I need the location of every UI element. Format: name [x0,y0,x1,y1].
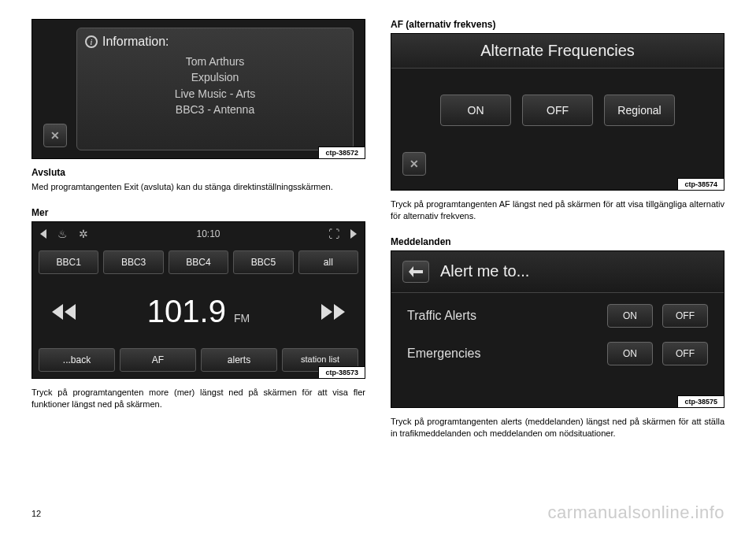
page-number: 12 [32,509,41,518]
af-button-row: ON OFF Regional [391,69,724,152]
preset-button[interactable]: BBC1 [39,250,98,274]
off-button[interactable]: OFF [662,304,708,328]
frequency-display: 101.9 FM [147,294,250,329]
page-columns: ✕ i Information: Tom Arthurs Expulsion L… [32,19,724,445]
figure-caption: ctp-38575 [677,395,724,407]
info-icon: i [85,35,98,48]
alerts-body: Traffic Alerts ON OFF Emergencies ON OFF [391,293,724,407]
heading-af: AF (alternativ frekvens) [391,19,724,30]
left-column: ✕ i Information: Tom Arthurs Expulsion L… [32,19,365,445]
info-line: BBC3 - Antenna [85,102,345,117]
info-line: Live Music - Arts [85,86,345,102]
info-line: Expulsion [85,69,345,85]
fwd-triangle-icon[interactable] [350,229,357,239]
figure-caption: ctp-38574 [677,178,724,190]
seek-fwd-icon [320,302,346,321]
close-button[interactable]: ✕ [43,124,67,147]
info-line: Tom Arthurs [85,54,345,69]
seek-fwd-button[interactable] [317,296,349,328]
text-af: Tryck på programtangenten AF längst ned … [391,198,724,222]
arrow-left-icon [409,266,423,277]
bottom-row: ...back AF alerts station list [32,345,365,378]
back-button[interactable]: ...back [39,348,115,372]
alerts-button[interactable]: alerts [201,348,277,372]
preset-button[interactable]: BBC3 [103,250,163,274]
af-on-button[interactable]: ON [440,95,511,126]
alert-label: Emergencies [407,347,598,361]
figure-radio: ♨ ✲ 10:10 ⛶ BBC1 BBC3 BBC4 BBC5 all [32,221,365,379]
alert-label: Traffic Alerts [407,309,598,323]
on-button[interactable]: ON [607,304,653,328]
figure-information: ✕ i Information: Tom Arthurs Expulsion L… [32,19,365,159]
af-title: Alternate Frequencies [391,34,724,69]
heading-mer: Mer [32,207,365,218]
af-off-button[interactable]: OFF [522,95,593,126]
back-triangle-icon[interactable] [40,229,46,239]
on-button[interactable]: ON [607,342,653,365]
clock: 10:10 [196,228,220,239]
watermark: carmanualsonline.info [547,502,724,523]
right-column: AF (alternativ frekvens) Alternate Frequ… [391,19,724,445]
alert-row: Traffic Alerts ON OFF [407,304,708,328]
text-mer: Tryck på programtangenten more (mer) län… [32,387,365,410]
off-button[interactable]: OFF [662,342,708,365]
heading-meddelanden: Meddelanden [391,236,724,247]
fan-icon: ✲ [79,228,88,240]
af-button[interactable]: AF [120,348,196,372]
text-alerts: Tryck på programtangenten alerts (meddel… [391,416,724,439]
band-label: FM [234,312,250,324]
close-button[interactable]: ✕ [402,152,426,176]
preset-all-button[interactable]: all [298,250,358,274]
radio-statusbar: ♨ ✲ 10:10 ⛶ [32,222,365,246]
back-button[interactable] [402,261,429,283]
preset-button[interactable]: BBC4 [169,250,228,274]
text-avsluta: Med programtangenten Exit (avsluta) kan … [32,181,365,193]
vent-icon: ⛶ [328,228,339,240]
preset-row: BBC1 BBC3 BBC4 BBC5 all [32,246,365,279]
alerts-title: Alert me to... [440,262,529,280]
figure-caption: ctp-38572 [318,146,365,158]
seek-back-button[interactable] [48,296,80,328]
figure-caption: ctp-38573 [318,366,365,378]
info-title-row: i Information: [85,35,345,49]
preset-button[interactable]: BBC5 [233,250,293,274]
info-lines: Tom Arthurs Expulsion Live Music - Arts … [85,54,345,117]
figure-alerts: Alert me to... Traffic Alerts ON OFF Eme… [391,250,724,408]
alerts-title-row: Alert me to... [391,251,724,293]
figure-alternate-freq: Alternate Frequencies ON OFF Regional ✕ … [391,33,724,191]
info-panel: i Information: Tom Arthurs Expulsion Liv… [76,28,354,150]
af-regional-button[interactable]: Regional [604,95,675,126]
frequency-value: 101.9 [147,294,226,329]
tuning-row: 101.9 FM [32,279,365,345]
alert-row: Emergencies ON OFF [407,342,708,365]
info-title: Information: [102,35,169,49]
seat-heat-icon: ♨ [57,228,68,240]
seek-back-icon [50,302,77,321]
heading-avsluta: Avsluta [32,167,365,178]
